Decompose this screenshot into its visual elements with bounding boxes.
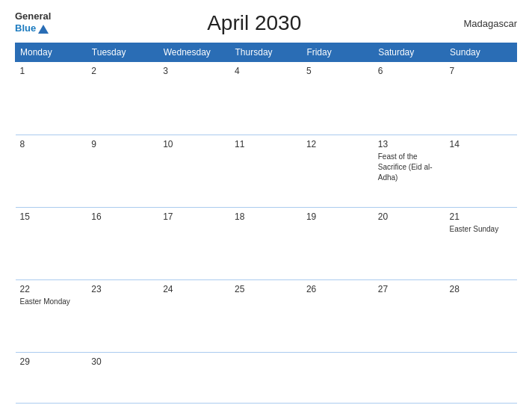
header: General Blue April 2030 Madagascar <box>15 11 517 35</box>
cell-3-sun: 21Easter Sunday <box>445 207 517 279</box>
cell-5-mon: 29 <box>16 353 87 404</box>
country-label: Madagascar <box>457 18 517 29</box>
cell-4-mon: 22Easter Monday <box>16 280 87 353</box>
cell-2-sat: 13Feast of the Sacrifice (Eid al-Adha) <box>374 135 445 207</box>
calendar-table: Monday Tuesday Wednesday Thursday Friday… <box>15 43 517 404</box>
cell-1-wed: 3 <box>158 62 230 135</box>
cell-5-thu <box>230 353 302 404</box>
cell-3-wed: 17 <box>158 207 230 279</box>
cell-3-mon: 15 <box>16 207 87 279</box>
table-row: 22Easter Monday 23 24 25 26 27 28 <box>16 280 517 353</box>
table-row: 15 16 17 18 19 20 21Easter Sunday <box>16 207 517 279</box>
cell-4-wed: 24 <box>158 280 230 353</box>
cell-3-thu: 18 <box>230 207 302 279</box>
cell-2-wed: 10 <box>158 135 230 207</box>
table-row: 8 9 10 11 12 13Feast of the Sacrifice (E… <box>16 135 517 207</box>
cell-4-tue: 23 <box>87 280 158 353</box>
cell-4-thu: 25 <box>230 280 302 353</box>
cell-5-sat <box>374 353 445 404</box>
cell-2-fri: 12 <box>302 135 374 207</box>
cell-1-thu: 4 <box>230 62 302 135</box>
day-header-row: Monday Tuesday Wednesday Thursday Friday… <box>16 43 517 62</box>
logo-blue-text: Blue <box>15 23 36 34</box>
cell-1-fri: 5 <box>302 62 374 135</box>
col-monday: Monday <box>16 43 87 62</box>
logo: General Blue <box>15 11 51 35</box>
calendar-body: 1 2 3 4 5 6 7 8 9 10 11 12 13Feast of th… <box>16 62 517 404</box>
col-friday: Friday <box>302 43 374 62</box>
page: General Blue April 2030 Madagascar Monda… <box>0 0 532 411</box>
cell-2-tue: 9 <box>87 135 158 207</box>
cell-1-sat: 6 <box>374 62 445 135</box>
table-row: 29 30 <box>16 353 517 404</box>
cell-5-tue: 30 <box>87 353 158 404</box>
calendar-title: April 2030 <box>51 11 457 35</box>
cell-1-sun: 7 <box>445 62 517 135</box>
col-tuesday: Tuesday <box>87 43 158 62</box>
logo-triangle-icon <box>37 22 50 35</box>
cell-1-mon: 1 <box>16 62 87 135</box>
cell-3-tue: 16 <box>87 207 158 279</box>
calendar-header: Monday Tuesday Wednesday Thursday Friday… <box>16 43 517 62</box>
cell-2-thu: 11 <box>230 135 302 207</box>
cell-3-sat: 20 <box>374 207 445 279</box>
cell-5-wed <box>158 353 230 404</box>
svg-marker-0 <box>38 25 49 34</box>
cell-5-fri <box>302 353 374 404</box>
cell-4-sun: 28 <box>445 280 517 353</box>
cell-4-fri: 26 <box>302 280 374 353</box>
cell-5-sun <box>445 353 517 404</box>
col-thursday: Thursday <box>230 43 302 62</box>
col-wednesday: Wednesday <box>158 43 230 62</box>
col-sunday: Sunday <box>445 43 517 62</box>
col-saturday: Saturday <box>374 43 445 62</box>
logo-general-text: General <box>15 11 51 22</box>
cell-2-mon: 8 <box>16 135 87 207</box>
cell-4-sat: 27 <box>374 280 445 353</box>
cell-3-fri: 19 <box>302 207 374 279</box>
cell-1-tue: 2 <box>87 62 158 135</box>
table-row: 1 2 3 4 5 6 7 <box>16 62 517 135</box>
cell-2-sun: 14 <box>445 135 517 207</box>
